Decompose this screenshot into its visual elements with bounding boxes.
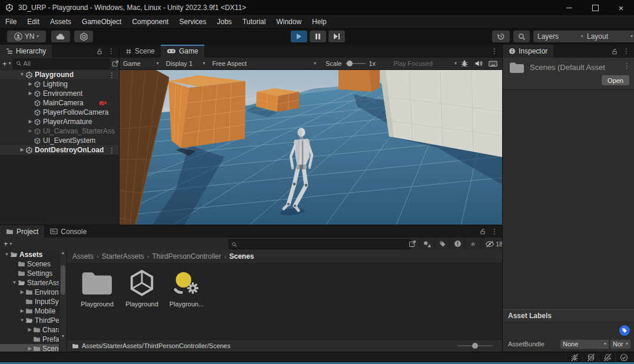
hierarchy-item[interactable]: ▶ Lighting (0, 79, 119, 89)
hierarchy-item[interactable]: ▶ UI_Canvas_StarterAss (0, 126, 119, 136)
expander-closed-icon[interactable]: ▶ (19, 148, 25, 152)
scale-slider[interactable] (346, 63, 366, 64)
panel-menu-icon[interactable]: ⋮ (623, 48, 630, 55)
scroll-up-icon[interactable]: ▲ (59, 250, 67, 256)
thumbnail-zoom-slider[interactable] (457, 345, 493, 346)
project-search-input[interactable] (239, 241, 408, 248)
maximize-icon[interactable] (582, 0, 608, 15)
view-tab[interactable]: Game (161, 45, 204, 58)
project-tree-item[interactable]: ▶ Mobile (0, 306, 59, 316)
account-button[interactable]: YN ▾ (7, 31, 46, 42)
tab-hierarchy[interactable]: Hierarchy (0, 45, 52, 58)
display-target-dropdown[interactable]: Game▾ (120, 58, 162, 69)
audio-icon[interactable] (474, 60, 483, 67)
hierarchy-item[interactable]: MainCamera (0, 98, 119, 108)
scroll-thumb[interactable] (61, 265, 65, 295)
assetbundle-variant-dropdown[interactable]: Nor▾ (610, 339, 631, 349)
hierarchy-item[interactable]: ▶ DontDestroyOnLoad ⋮ (0, 145, 119, 155)
search-by-warning-icon[interactable] (450, 238, 465, 250)
expander-closed-icon[interactable]: ▶ (19, 309, 25, 313)
hierarchy-item[interactable]: PlayerFollowCamera (0, 108, 119, 117)
expander-open-icon[interactable]: ▼ (11, 280, 18, 285)
breadcrumb-item[interactable]: Scenes › (229, 252, 254, 261)
add-asset-button[interactable]: + (4, 239, 8, 248)
project-tree-item[interactable]: ▶ Scenes (0, 344, 59, 352)
project-tree-item[interactable]: ▶ Environment (0, 288, 59, 297)
expander-closed-icon[interactable]: ▶ (26, 346, 33, 351)
project-tree-item[interactable]: ▼ StarterAssets (0, 278, 59, 288)
asset-item[interactable]: Playgroun... (166, 269, 207, 308)
open-search-window-icon[interactable] (409, 240, 416, 248)
project-tree-item[interactable]: Prefabs (0, 335, 59, 344)
panel-menu-icon[interactable]: ⋮ (491, 48, 498, 55)
lock-icon[interactable] (97, 48, 103, 55)
menu-item[interactable]: GameObject (77, 15, 127, 28)
keyboard-icon[interactable] (489, 61, 497, 67)
hierarchy-item[interactable]: ▶ Environment (0, 89, 119, 98)
label-tag-button[interactable] (619, 325, 630, 336)
chevron-down-icon[interactable]: ▾ (10, 242, 12, 246)
breadcrumb-item[interactable]: Assets › (72, 252, 102, 261)
asset-item[interactable]: Playground (77, 269, 118, 308)
lock-icon[interactable] (612, 48, 618, 55)
menu-item[interactable]: Help (307, 15, 332, 28)
expander-open-icon[interactable]: ▼ (19, 318, 25, 323)
game-viewport[interactable] (120, 70, 502, 225)
undo-history-button[interactable] (492, 31, 510, 42)
expander-closed-icon[interactable]: ▶ (27, 129, 34, 133)
project-tree-item[interactable]: ▼ Assets (0, 250, 59, 259)
expander-closed-icon[interactable]: ▶ (27, 119, 34, 124)
project-tree-scrollbar[interactable]: ▲ ▼ (59, 250, 67, 352)
lock-icon[interactable] (480, 228, 486, 235)
save-search-star-icon[interactable]: ★ (465, 238, 480, 250)
item-menu-icon[interactable]: ⋮ (108, 146, 115, 155)
pause-button[interactable] (310, 31, 326, 42)
item-menu-icon[interactable]: ⋮ (108, 71, 115, 79)
search-by-type-icon[interactable] (419, 238, 434, 250)
layout-dropdown[interactable]: Layout ▾ (583, 31, 634, 42)
project-tree-item[interactable]: InputSystem (0, 297, 59, 306)
expander-closed-icon[interactable]: ▶ (19, 290, 25, 295)
expander-closed-icon[interactable]: ▶ (27, 91, 34, 96)
chevron-down-icon[interactable]: ▾ (9, 61, 11, 66)
expander-open-icon[interactable]: ▼ (19, 72, 25, 77)
project-tree-item[interactable]: Scenes (0, 259, 59, 269)
header-menu-icon[interactable]: ⋮ (623, 62, 630, 69)
breadcrumb-item[interactable]: StarterAssets › (102, 252, 152, 261)
scroll-down-icon[interactable]: ▼ (59, 333, 67, 339)
debugger-detached-icon[interactable] (566, 352, 582, 363)
expander-closed-icon[interactable]: ▶ (26, 328, 33, 332)
project-tree-item[interactable]: ▼ ThirdPersonController (0, 316, 59, 325)
search-button[interactable] (513, 31, 530, 42)
open-search-window-icon[interactable] (112, 60, 119, 67)
version-control-button[interactable] (74, 31, 93, 42)
menu-item[interactable]: Window (271, 15, 307, 28)
breadcrumb-item[interactable]: ThirdPersonController › (152, 252, 229, 261)
menu-item[interactable]: Tutorial (237, 15, 271, 28)
menu-item[interactable]: Assets (45, 15, 77, 28)
hierarchy-item[interactable]: UI_EventSystem (0, 136, 119, 145)
panel-menu-icon[interactable]: ⋮ (108, 48, 115, 55)
panel-menu-icon[interactable]: ⋮ (491, 228, 498, 235)
expander-open-icon[interactable]: ▼ (4, 252, 10, 257)
open-button[interactable]: Open (602, 75, 629, 85)
cloud-button[interactable] (51, 31, 70, 42)
hierarchy-search-input[interactable] (24, 60, 107, 67)
project-tree-item[interactable]: ▶ Character (0, 325, 59, 335)
expander-closed-icon[interactable]: ▶ (27, 82, 34, 86)
project-tab[interactable]: Console (44, 225, 92, 238)
play-button[interactable] (291, 31, 307, 42)
hierarchy-item[interactable]: ▼ Playground ⋮ (0, 70, 119, 79)
close-icon[interactable]: × (608, 0, 634, 15)
display-dropdown[interactable]: Display 1▾ (162, 58, 209, 69)
minimize-icon[interactable] (556, 0, 582, 15)
aspect-dropdown[interactable]: Free Aspect▾ (208, 58, 320, 69)
cache-server-disconnected-icon[interactable] (582, 352, 599, 363)
assetbundle-dropdown[interactable]: None▾ (560, 339, 609, 349)
menu-item[interactable]: Component (127, 15, 174, 28)
menu-item[interactable]: File (0, 15, 22, 28)
play-focused-dropdown[interactable]: Play Focused▾ (390, 58, 460, 69)
project-tree-item[interactable]: Settings (0, 269, 59, 278)
progress-check-icon[interactable] (615, 352, 632, 363)
view-tab[interactable]: Scene (120, 45, 161, 58)
